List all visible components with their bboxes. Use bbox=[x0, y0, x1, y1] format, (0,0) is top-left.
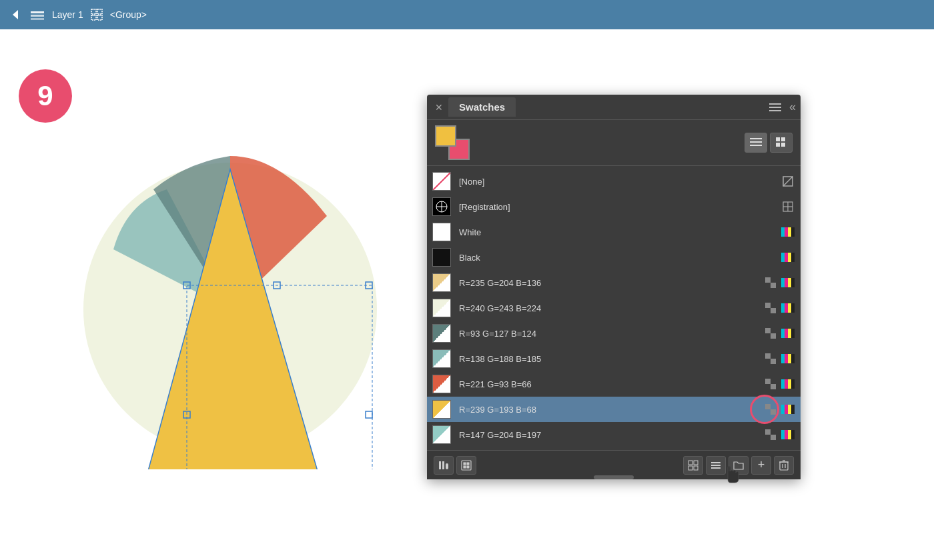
svg-rect-6 bbox=[91, 15, 96, 20]
panel-close-button[interactable]: ✕ bbox=[434, 102, 444, 113]
svg-rect-42 bbox=[771, 283, 776, 288]
svg-rect-65 bbox=[765, 379, 771, 384]
fill-color-square[interactable] bbox=[435, 125, 456, 147]
svg-rect-63 bbox=[788, 354, 791, 363]
delete-swatch-button[interactable] bbox=[774, 456, 794, 475]
swatch-row-r240g243b224[interactable]: R=240 G=243 B=224 bbox=[427, 295, 801, 321]
layer-label: Layer 1 bbox=[52, 9, 83, 20]
swatch-name-r138g188b185: R=138 G=188 B=185 bbox=[459, 354, 758, 364]
svg-rect-46 bbox=[791, 278, 795, 287]
swatch-row-r147g204b197[interactable]: R=147 G=204 B=197 bbox=[427, 422, 801, 447]
svg-rect-21 bbox=[776, 137, 780, 141]
svg-rect-22 bbox=[781, 137, 785, 141]
svg-rect-81 bbox=[788, 430, 791, 439]
svg-rect-24 bbox=[781, 143, 785, 147]
r138-checker-icon bbox=[763, 351, 778, 366]
svg-rect-97 bbox=[711, 467, 721, 469]
swatch-row-r138g188b185[interactable]: R=138 G=188 B=185 bbox=[427, 346, 801, 371]
svg-rect-64 bbox=[791, 354, 795, 363]
swatch-name-r221g93b66: R=221 G=93 B=66 bbox=[459, 379, 758, 389]
svg-rect-1 bbox=[31, 11, 44, 13]
swatch-row-none[interactable]: [None] bbox=[427, 169, 801, 194]
svg-rect-80 bbox=[785, 430, 788, 439]
r240-cmyk-icon bbox=[781, 301, 795, 315]
swatches-panel: ✕ Swatches « bbox=[427, 95, 801, 479]
svg-rect-59 bbox=[765, 353, 771, 359]
svg-rect-67 bbox=[781, 379, 785, 389]
swatch-row-r93g127b124[interactable]: R=93 G=127 B=124 bbox=[427, 321, 801, 346]
swatch-name-white: White bbox=[459, 227, 775, 237]
svg-rect-13 bbox=[366, 411, 372, 418]
swatch-name-registration: [Registration] bbox=[459, 202, 775, 212]
panel-menu-button[interactable] bbox=[767, 99, 784, 115]
black-cmyk-icon bbox=[781, 250, 795, 265]
group-icon bbox=[90, 8, 103, 21]
swatch-row-black[interactable]: Black bbox=[427, 245, 801, 270]
swatch-color-r221g93b66 bbox=[432, 375, 451, 393]
svg-rect-48 bbox=[771, 308, 776, 313]
svg-rect-49 bbox=[781, 303, 785, 313]
r93-checker-icon bbox=[763, 326, 778, 341]
swatch-list: [None] bbox=[427, 166, 801, 450]
r240-checker-icon bbox=[763, 301, 778, 315]
r235-cmyk-icon bbox=[781, 275, 795, 290]
r93-cmyk-icon bbox=[781, 326, 795, 341]
svg-rect-35 bbox=[788, 227, 791, 237]
svg-rect-73 bbox=[781, 405, 785, 414]
swatch-icons-registration bbox=[781, 199, 795, 214]
swatch-color-r138g188b185 bbox=[432, 349, 451, 368]
back-button[interactable] bbox=[8, 7, 23, 22]
svg-rect-61 bbox=[781, 354, 785, 363]
svg-rect-87 bbox=[464, 463, 466, 465]
r239-cmyk-icon bbox=[781, 402, 795, 417]
new-swatch-button[interactable]: + bbox=[751, 456, 771, 475]
group-label: <Group> bbox=[110, 9, 147, 20]
canvas-area: 9 bbox=[0, 29, 934, 560]
swatch-color-r147g204b197 bbox=[432, 425, 451, 444]
panel-header: ✕ Swatches « bbox=[427, 95, 801, 120]
layer-icon bbox=[29, 7, 45, 23]
color-squares[interactable] bbox=[435, 125, 470, 160]
list-view-button[interactable] bbox=[745, 133, 767, 153]
panel-title: Swatches bbox=[448, 97, 516, 117]
swatch-row-r235g204b136[interactable]: R=235 G=204 B=136 bbox=[427, 270, 801, 295]
bottom-left-buttons bbox=[434, 456, 476, 475]
panel-collapse-button[interactable]: « bbox=[789, 100, 794, 114]
svg-rect-98 bbox=[780, 462, 788, 470]
white-cmyk-icon bbox=[781, 225, 795, 239]
color-guide-button[interactable] bbox=[683, 456, 703, 475]
svg-rect-39 bbox=[788, 253, 791, 262]
swatch-row-white[interactable]: White bbox=[427, 219, 801, 245]
svg-marker-0 bbox=[13, 10, 18, 19]
svg-rect-95 bbox=[711, 462, 721, 463]
folder-button[interactable] bbox=[729, 456, 749, 475]
svg-rect-56 bbox=[785, 329, 788, 338]
svg-rect-47 bbox=[765, 303, 771, 308]
swatch-row-r239g193b68[interactable]: R=239 G=193 B=68 bbox=[427, 397, 801, 422]
swatch-row-r221g93b66[interactable]: R=221 G=93 B=66 bbox=[427, 371, 801, 397]
swatch-name-black: Black bbox=[459, 253, 775, 263]
swatch-name-r239g193b68: R=239 G=193 B=68 bbox=[459, 405, 758, 415]
svg-rect-70 bbox=[791, 379, 795, 389]
grid-view-button[interactable] bbox=[770, 133, 793, 153]
swatch-library-button[interactable] bbox=[456, 456, 476, 475]
swatch-name-r235g204b136: R=235 G=204 B=136 bbox=[459, 278, 758, 288]
swatch-color-r240g243b224 bbox=[432, 299, 451, 317]
r138-cmyk-icon bbox=[781, 351, 795, 366]
swatch-color-none bbox=[432, 172, 451, 191]
svg-rect-92 bbox=[694, 461, 698, 465]
swatch-row-registration[interactable]: [Registration] bbox=[427, 194, 801, 219]
svg-rect-76 bbox=[791, 405, 795, 414]
svg-rect-89 bbox=[464, 466, 466, 468]
svg-line-26 bbox=[783, 177, 793, 186]
swatch-color-r239g193b68 bbox=[432, 400, 451, 419]
swatch-icons-r93g127b124 bbox=[763, 326, 795, 341]
svg-rect-20 bbox=[750, 145, 762, 146]
swatch-color-registration bbox=[432, 197, 451, 216]
svg-rect-34 bbox=[785, 227, 788, 237]
libraries-button[interactable] bbox=[434, 456, 454, 475]
svg-rect-96 bbox=[711, 465, 721, 466]
svg-rect-62 bbox=[785, 354, 788, 363]
svg-rect-19 bbox=[750, 141, 762, 143]
list-options-button[interactable] bbox=[706, 456, 726, 475]
